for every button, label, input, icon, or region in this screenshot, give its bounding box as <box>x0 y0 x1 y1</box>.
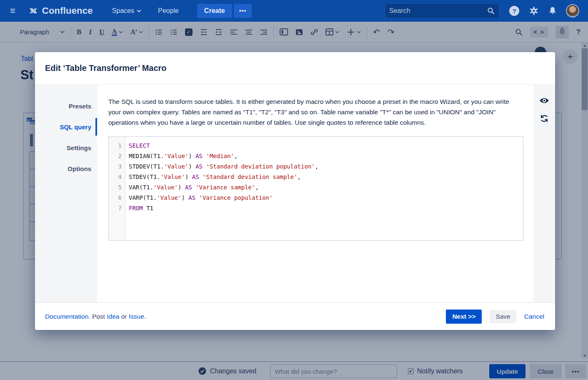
line-number: 2 <box>109 151 122 161</box>
modal-sidebar-tabs: PresetsSQL querySettingsOptions <box>35 85 97 302</box>
sql-code-editor[interactable]: 1234567 SELECTMEDIAN(T1.'Value') AS 'Med… <box>108 136 523 241</box>
sql-description: The SQL is used to transform source tabl… <box>108 96 521 128</box>
dialog-footer: Documentation. Post Idea or Issue. Next … <box>35 302 555 330</box>
code-line: VARP(T1.'Value') AS 'Variance population… <box>129 193 523 203</box>
dialog-header: Edit ‘Table Transformer’ Macro <box>35 52 555 85</box>
dialog-side-actions <box>533 85 555 302</box>
code-line: VAR(T1.'Value') AS 'Variance sample', <box>129 182 523 193</box>
footer-links: Documentation. Post Idea or Issue. <box>45 313 146 320</box>
sql-query-panel: The SQL is used to transform source tabl… <box>97 85 533 302</box>
tab-options[interactable]: Options <box>35 158 97 179</box>
next-button[interactable]: Next >> <box>446 310 482 324</box>
bell-icon[interactable] <box>548 7 557 15</box>
brand-name: Confluence <box>42 5 93 16</box>
code-line: SELECT <box>129 141 523 151</box>
hamburger-icon[interactable]: ≡ <box>10 5 15 16</box>
sql-code-lines[interactable]: SELECTMEDIAN(T1.'Value') AS 'Median',STD… <box>125 137 523 240</box>
tab-settings[interactable]: Settings <box>35 137 97 158</box>
chevron-down-icon <box>137 10 141 13</box>
code-line: STDDEV(T1.'Value') AS 'Standard deviatio… <box>129 161 523 172</box>
line-number: 5 <box>109 182 122 193</box>
search-icon[interactable] <box>487 7 495 15</box>
macro-edit-dialog: Edit ‘Table Transformer’ Macro PresetsSQ… <box>35 52 555 330</box>
nav-spaces[interactable]: Spaces <box>112 7 141 15</box>
nav-spaces-label: Spaces <box>112 7 134 15</box>
search-input[interactable] <box>389 7 487 15</box>
sql-code-gutter: 1234567 <box>109 137 125 240</box>
confluence-logo[interactable]: Confluence <box>28 5 93 16</box>
code-line: STDEV(T1.'Value') AS 'Standard deviation… <box>129 172 523 182</box>
tab-presets[interactable]: Presets <box>35 96 97 116</box>
user-avatar[interactable] <box>566 4 579 18</box>
dialog-body: PresetsSQL querySettingsOptions The SQL … <box>35 85 555 302</box>
topnav-more-button[interactable]: ••• <box>234 4 252 18</box>
create-button[interactable]: Create <box>197 4 232 18</box>
nav-people[interactable]: People <box>158 7 179 15</box>
footer-text: . Post <box>88 313 107 320</box>
idea-link[interactable]: Idea <box>107 313 119 320</box>
dialog-title: Edit ‘Table Transformer’ Macro <box>45 63 167 73</box>
line-number: 7 <box>109 203 122 214</box>
help-icon[interactable]: ? <box>509 6 519 16</box>
top-navigation: ≡ Confluence Spaces People Create ••• ? <box>0 0 588 22</box>
gear-icon[interactable] <box>529 6 538 15</box>
save-button[interactable]: Save <box>490 310 516 323</box>
footer-text: or <box>119 313 128 320</box>
refresh-icon[interactable] <box>540 114 549 123</box>
code-line: FROM T1 <box>129 203 523 214</box>
global-search[interactable] <box>385 3 499 18</box>
dialog-actions: Next >> Save Cancel <box>446 310 544 324</box>
issue-link[interactable]: Issue <box>129 313 144 320</box>
documentation-link[interactable]: Documentation <box>45 313 88 320</box>
footer-text: . <box>144 313 146 320</box>
line-number: 3 <box>109 161 122 172</box>
cancel-button[interactable]: Cancel <box>524 313 544 320</box>
code-line: MEDIAN(T1.'Value') AS 'Median', <box>129 151 523 161</box>
line-number: 1 <box>109 141 122 151</box>
tab-sql-query[interactable]: SQL query <box>35 116 97 137</box>
line-number: 6 <box>109 193 122 203</box>
line-number: 4 <box>109 172 122 182</box>
nav-people-label: People <box>158 7 179 15</box>
confluence-mark-icon <box>28 5 39 16</box>
preview-eye-icon[interactable] <box>539 97 549 104</box>
